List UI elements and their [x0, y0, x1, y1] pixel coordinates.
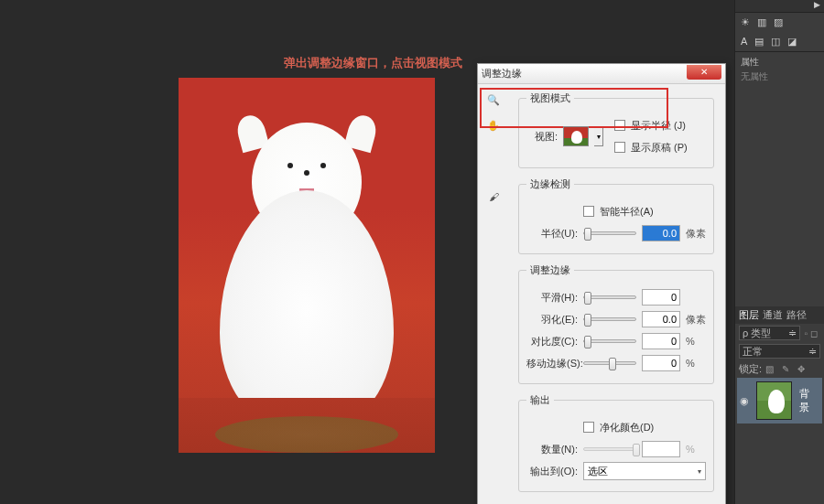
feather-label: 羽化(E):: [526, 313, 578, 327]
play-icon: ▶: [814, 0, 820, 12]
view-thumbnail[interactable]: [563, 126, 589, 146]
show-original-checkbox[interactable]: [614, 142, 625, 153]
radius-slider[interactable]: [583, 231, 636, 235]
curves-icon[interactable]: ▨: [774, 16, 783, 28]
smooth-input[interactable]: [642, 289, 680, 306]
swatch-icon[interactable]: ▤: [754, 36, 764, 48]
shift-input[interactable]: [642, 355, 680, 371]
panel-icon-row: A▤◫◪: [735, 32, 824, 51]
radius-unit: 像素: [686, 227, 706, 241]
output-to-label: 输出到(O):: [526, 465, 578, 478]
edge-detect-group: 边缘检测 智能半径(A) 半径(U): 像素: [518, 177, 714, 254]
view-mode-group: 视图模式 视图: ▾ 显示半径 (J) 显示原稿 (P): [518, 91, 714, 168]
show-radius-checkbox[interactable]: [614, 120, 625, 131]
contrast-input[interactable]: [642, 333, 680, 349]
shift-label: 移动边缘(S):: [526, 357, 578, 370]
radius-label: 半径(U):: [526, 227, 578, 241]
view-mode-legend: 视图模式: [526, 91, 574, 105]
show-original-label: 显示原稿 (P): [631, 141, 688, 155]
dialog-title: 调整边缘: [482, 67, 687, 80]
edge-detect-legend: 边缘检测: [526, 177, 574, 191]
shift-slider[interactable]: [583, 361, 636, 365]
contrast-unit: %: [686, 336, 706, 347]
radius-input[interactable]: [642, 225, 680, 241]
shift-unit: %: [686, 358, 706, 369]
amount-label: 数量(N):: [526, 443, 578, 456]
document-image[interactable]: [179, 78, 435, 453]
show-radius-label: 显示半径 (J): [631, 119, 686, 133]
contrast-slider[interactable]: [583, 339, 636, 343]
brightness-icon[interactable]: ☀: [741, 16, 750, 28]
lock-icons[interactable]: ▧ ✎ ✥: [765, 364, 808, 374]
annotation-text: 弹出调整边缘窗口，点击视图模式: [284, 55, 462, 71]
amount-unit: %: [686, 444, 706, 455]
smart-radius-label: 智能半径(A): [600, 205, 654, 219]
amount-input: [642, 441, 680, 457]
visibility-icon[interactable]: ◉: [737, 395, 753, 407]
no-properties-text: 无属性: [741, 70, 819, 83]
output-legend: 输出: [526, 393, 554, 407]
feather-input[interactable]: [642, 311, 680, 327]
refine-edge-legend: 调整边缘: [526, 263, 574, 277]
output-to-value: 选区: [588, 465, 608, 478]
feather-unit: 像素: [686, 313, 706, 327]
smart-radius-checkbox[interactable]: [583, 206, 594, 217]
feather-slider[interactable]: [583, 317, 636, 321]
layer-thumbnail[interactable]: [756, 381, 793, 420]
tab-layers[interactable]: 图层: [739, 308, 759, 322]
adjust-icon[interactable]: ◪: [787, 36, 797, 48]
filter-icons[interactable]: ▫◻: [804, 328, 820, 338]
grass: [179, 398, 435, 453]
dialog-titlebar[interactable]: 调整边缘 ✕: [478, 64, 725, 84]
panel-collapse-bar[interactable]: ▶: [735, 0, 824, 13]
refine-edge-group: 调整边缘 平滑(H): 羽化(E):像素 对比度(C):% 移动边缘(S):%: [518, 263, 714, 384]
dog-body: [220, 190, 394, 428]
properties-tab[interactable]: 属性: [741, 56, 819, 69]
smooth-slider[interactable]: [583, 295, 636, 299]
layer-name: 背景: [796, 387, 822, 414]
zoom-tool-icon[interactable]: 🔍: [485, 91, 502, 108]
right-panel: ▶ ☀▥▨ A▤◫◪ 属性 无属性 图层 通道 路径 ρ 类型≑▫◻ 正常≑ 锁…: [734, 0, 824, 504]
chevron-down-icon: ▾: [698, 467, 701, 476]
refine-edge-dialog: 调整边缘 ✕ 🔍 ✋ 🖌 视图模式 视图: ▾ 显示半径 (J) 显示原稿 (P…: [477, 63, 726, 504]
close-button[interactable]: ✕: [687, 65, 721, 80]
layer-row[interactable]: ◉ 背景: [737, 378, 822, 424]
dog-face: [304, 170, 309, 176]
blend-mode-select[interactable]: 正常≑: [739, 344, 820, 359]
smooth-label: 平滑(H):: [526, 291, 578, 305]
brush-tool-icon[interactable]: 🖌: [485, 188, 502, 205]
output-group: 输出 净化颜色(D) 数量(N):% 输出到(O):选区▾: [518, 393, 714, 492]
hand-tool-icon[interactable]: ✋: [485, 117, 502, 134]
style-icon[interactable]: ◫: [771, 36, 780, 48]
contrast-label: 对比度(C):: [526, 335, 578, 349]
kind-filter[interactable]: ρ 类型≑: [739, 326, 800, 340]
view-dropdown-button[interactable]: ▾: [594, 126, 603, 146]
tab-channels[interactable]: 通道: [763, 308, 783, 322]
lock-label: 锁定:: [739, 362, 762, 376]
text-icon[interactable]: A: [741, 36, 747, 48]
panel-icon-row: ☀▥▨: [735, 13, 824, 32]
levels-icon[interactable]: ▥: [757, 16, 766, 28]
purify-label: 净化颜色(D): [600, 421, 654, 434]
view-label: 视图:: [526, 130, 558, 144]
output-to-select[interactable]: 选区▾: [583, 462, 706, 480]
tab-paths[interactable]: 路径: [786, 308, 807, 322]
amount-slider: [583, 447, 636, 451]
purify-checkbox[interactable]: [583, 422, 594, 433]
layer-panel-tabs: 图层 通道 路径: [735, 306, 824, 324]
